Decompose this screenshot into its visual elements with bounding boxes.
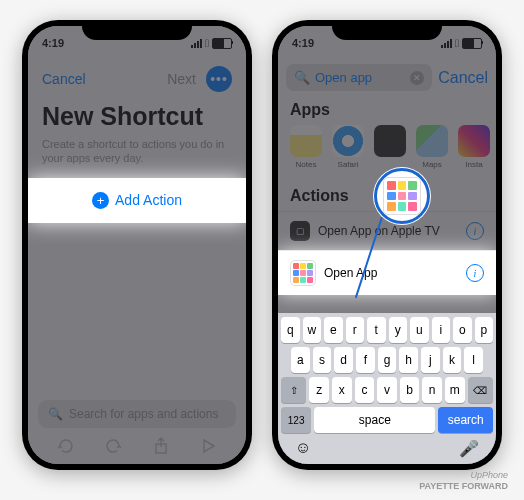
key-x[interactable]: x <box>332 377 352 403</box>
key-m[interactable]: m <box>445 377 465 403</box>
key-d[interactable]: d <box>334 347 353 373</box>
key-i[interactable]: i <box>432 317 451 343</box>
info-icon[interactable]: i <box>466 264 484 282</box>
action-open-app[interactable]: Open App i <box>278 250 496 295</box>
key-u[interactable]: u <box>410 317 429 343</box>
key-v[interactable]: v <box>377 377 397 403</box>
key-z[interactable]: z <box>309 377 329 403</box>
emoji-icon[interactable]: ☺ <box>295 439 311 458</box>
key-p[interactable]: p <box>475 317 494 343</box>
key-q[interactable]: q <box>281 317 300 343</box>
grid-icon <box>290 260 316 286</box>
key-n[interactable]: n <box>422 377 442 403</box>
key-l[interactable]: l <box>464 347 483 373</box>
notch <box>332 20 442 40</box>
credit: UpPhone PAYETTE FORWARD <box>419 470 508 492</box>
key-s[interactable]: s <box>313 347 332 373</box>
key-w[interactable]: w <box>303 317 322 343</box>
notch <box>82 20 192 40</box>
key-b[interactable]: b <box>400 377 420 403</box>
key-y[interactable]: y <box>389 317 408 343</box>
phone-right: 4:19 􀙇 🔍 Open app ✕ Cancel Apps Notes Sa… <box>272 20 502 470</box>
key-c[interactable]: c <box>355 377 375 403</box>
action-label: Open App <box>324 266 377 280</box>
key-t[interactable]: t <box>367 317 386 343</box>
callout-circle <box>374 168 430 224</box>
key-a[interactable]: a <box>291 347 310 373</box>
key-search[interactable]: search <box>438 407 493 433</box>
phone-left: 4:19 􀙇 Cancel Next ••• New Shortcut Crea… <box>22 20 252 470</box>
key-123[interactable]: 123 <box>281 407 311 433</box>
key-space[interactable]: space <box>314 407 435 433</box>
key-⇧[interactable]: ⇧ <box>281 377 306 403</box>
dim-overlay <box>28 26 246 464</box>
key-f[interactable]: f <box>356 347 375 373</box>
key-r[interactable]: r <box>346 317 365 343</box>
key-k[interactable]: k <box>443 347 462 373</box>
grid-icon <box>383 177 421 215</box>
key-⌫[interactable]: ⌫ <box>468 377 493 403</box>
key-e[interactable]: e <box>324 317 343 343</box>
mic-icon[interactable]: 🎤 <box>459 439 479 458</box>
key-j[interactable]: j <box>421 347 440 373</box>
add-action-label: Add Action <box>115 192 182 208</box>
add-action-button[interactable]: + Add Action <box>28 178 246 223</box>
key-o[interactable]: o <box>453 317 472 343</box>
plus-icon: + <box>92 192 109 209</box>
keyboard: qwertyuiop asdfghjkl ⇧zxcvbnm⌫ 123 space… <box>278 313 496 464</box>
key-g[interactable]: g <box>378 347 397 373</box>
key-h[interactable]: h <box>399 347 418 373</box>
